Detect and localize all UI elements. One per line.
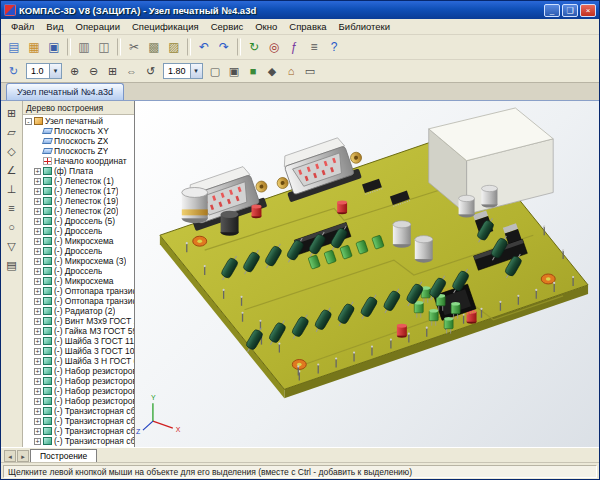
expand-toggle[interactable]: + [34,248,41,255]
expand-toggle[interactable]: + [34,298,41,305]
expand-toggle[interactable]: + [34,388,41,395]
expand-toggle[interactable]: + [34,368,41,375]
redo-button[interactable]: ↷ [214,37,234,57]
edit-model-tool[interactable]: ⊞ [2,104,21,122]
tree-item[interactable]: + (-) Оптопара транзисторная [23,286,134,296]
chevron-down-icon[interactable]: ▾ [49,64,61,78]
zoom-combo[interactable]: 1.0 ▾ [26,63,62,79]
tab-scroll-right-button[interactable]: ▸ [17,450,29,462]
expand-toggle[interactable]: + [34,378,41,385]
tab-construction[interactable]: Построение [30,449,97,462]
tree-item[interactable]: - Узел печатный [23,116,134,126]
tree-item[interactable]: + (-) Микросхема [23,276,134,286]
rebuild-model-button[interactable]: ↻ [244,37,264,57]
dimensions-tool[interactable]: ⊥ [2,180,21,198]
expand-toggle[interactable]: + [34,318,41,325]
menu-item[interactable]: Вид [40,20,69,33]
sketch-tool[interactable]: ▱ [2,123,21,141]
new-document-button[interactable]: ▤ [4,37,24,57]
properties-button[interactable]: ≡ [304,37,324,57]
capacitor-silver-1[interactable] [459,195,475,217]
expand-toggle[interactable]: + [34,438,41,445]
3d-viewport[interactable]: X Y Z [135,101,599,447]
expand-toggle[interactable]: + [34,408,41,415]
tree-item[interactable]: + (-) Винт М3х9 ГОСТ 1491-80 [23,316,134,326]
expand-toggle[interactable]: - [25,118,32,125]
expand-toggle[interactable]: + [34,208,41,215]
tree-item[interactable]: + (-) Микросхема [23,236,134,246]
expand-toggle[interactable]: + [34,198,41,205]
tree-item[interactable]: + (ф) Плата [23,166,134,176]
tree-item[interactable]: Плоскость ZX [23,136,134,146]
tree-item[interactable]: + (-) Лепесток (19) [23,196,134,206]
print-button[interactable]: ▥ [74,37,94,57]
tree-item[interactable]: + (-) Шайба 3 ГОСТ 11371-78 [23,336,134,346]
tree-item[interactable]: + (-) Набор резисторов [23,396,134,406]
tree-item[interactable]: Плоскость ZY [23,146,134,156]
separator[interactable] [117,38,121,56]
tree-item[interactable]: + (-) Набор резисторов [23,366,134,376]
expand-toggle[interactable]: + [34,238,41,245]
close-button[interactable]: × [580,4,596,17]
expand-toggle[interactable]: + [34,268,41,275]
menu-item[interactable]: Операции [70,20,126,33]
step-combo[interactable]: 1.80 ▾ [163,63,203,79]
undo-button[interactable]: ↶ [194,37,214,57]
document-tab[interactable]: Узел печатный №4.a3d [6,83,124,100]
expand-toggle[interactable]: + [34,328,41,335]
separator[interactable] [187,38,191,56]
tree-item[interactable]: + (-) Дроссель [23,266,134,276]
menu-item[interactable]: Файл [5,20,40,33]
expand-toggle[interactable]: + [34,308,41,315]
tree-item[interactable]: Начало координат [23,156,134,166]
expand-toggle[interactable]: + [34,258,41,265]
tree-item[interactable]: + (-) Набор резисторов [23,386,134,396]
rotate-view-button[interactable]: ↺ [141,62,160,80]
expand-toggle[interactable]: + [34,168,41,175]
tree-item[interactable]: + (-) Транзисторная сборка [23,416,134,426]
menu-item[interactable]: Сервис [205,20,250,33]
chevron-down-icon[interactable]: ▾ [190,64,202,78]
refresh-view-button[interactable]: ↻ [4,62,23,80]
tree-item[interactable]: + (-) Шайба 3 Н ГОСТ 6402-70 [23,356,134,366]
orientation-button[interactable]: ⌂ [282,62,301,80]
print-preview-button[interactable]: ◫ [94,37,114,57]
capacitor-dark[interactable] [221,211,239,236]
variables-button[interactable]: ƒ [284,37,304,57]
tree-item[interactable]: + (-) Набор резисторов [23,376,134,386]
hide-plane-button[interactable]: ▭ [301,62,320,80]
separator[interactable] [237,38,241,56]
expand-toggle[interactable]: + [34,178,41,185]
tab-scroll-left-button[interactable]: ◂ [4,450,16,462]
menu-item[interactable]: Библиотеки [333,20,396,33]
minimize-button[interactable]: _ [544,4,560,17]
tree-item[interactable]: + (-) Лепесток (17) [23,186,134,196]
measure-tool[interactable]: ○ [2,218,21,236]
copy-button[interactable]: ▩ [144,37,164,57]
tree-item[interactable]: + (-) Гайка М3 ГОСТ 5927-70 [23,326,134,336]
expand-toggle[interactable]: + [34,338,41,345]
tree-item[interactable]: + (-) Транзисторная сборка [23,436,134,446]
tree-item[interactable]: + (-) Оптопара транзисторная [23,296,134,306]
save-button[interactable]: ▣ [44,37,64,57]
tree-item[interactable]: + (-) Транзисторная сборка [23,426,134,436]
hidden-lines-mode-button[interactable]: ▣ [225,62,244,80]
expand-toggle[interactable]: + [34,418,41,425]
menu-item[interactable]: Окно [249,20,283,33]
expand-toggle[interactable]: + [34,348,41,355]
expand-toggle[interactable]: + [34,228,41,235]
maximize-button[interactable]: ❑ [562,4,578,17]
tree-item[interactable]: + (-) Дроссель [23,226,134,236]
preview-mode-button[interactable]: ◎ [264,37,284,57]
perspective-button[interactable]: ◆ [263,62,282,80]
cut-button[interactable]: ✂ [124,37,144,57]
paste-button[interactable]: ▨ [164,37,184,57]
pan-button[interactable]: ⇔ [122,62,141,80]
filters-tool[interactable]: ▽ [2,237,21,255]
expand-toggle[interactable]: + [34,278,41,285]
capacitor-gray-2[interactable] [415,236,433,263]
wireframe-mode-button[interactable]: ▢ [206,62,225,80]
mate-conditions-tool[interactable]: ≡ [2,199,21,217]
capacitor-gray-1[interactable] [393,221,411,248]
tree-item[interactable]: + (-) Транзисторная сборка [23,406,134,416]
